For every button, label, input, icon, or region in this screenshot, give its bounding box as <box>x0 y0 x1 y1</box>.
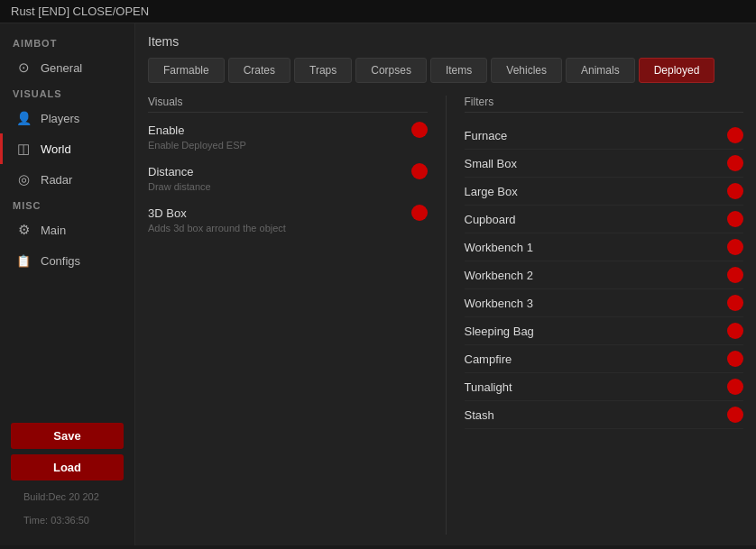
sidebar-bottom: Save Load Build:Dec 20 202 Time: 03:36:5… <box>0 414 134 536</box>
sidebar-section-aimbot: AIMBOT ⊙ General <box>0 32 134 83</box>
save-button[interactable]: Save <box>11 423 124 449</box>
sidebar-label-radar: Radar <box>41 173 72 187</box>
filters-panel: Filters Furnace Small Box Large Box Cupb… <box>447 96 744 535</box>
tab-items[interactable]: Items <box>430 58 487 83</box>
visual-label-distance: Distance <box>148 165 194 178</box>
filter-row-smallbox: Small Box <box>465 150 744 178</box>
toggle-distance[interactable] <box>411 163 428 179</box>
sidebar-item-world[interactable]: ◫ World <box>0 133 134 164</box>
toggle-tunalight[interactable] <box>727 379 743 395</box>
filter-label-tunalight: Tunalight <box>465 380 512 394</box>
visuals-panel: Visuals Enable Enable Deployed ESP Dista… <box>148 96 447 535</box>
visual-label-3dbox: 3D Box <box>148 206 187 220</box>
sidebar-label-general: General <box>41 61 82 75</box>
filter-label-cupboard: Cupboard <box>465 213 516 226</box>
visual-sublabel-enable: Enable Deployed ESP <box>148 140 428 151</box>
main-icon: ⚙ <box>15 222 32 238</box>
build-info: Build:Dec 20 202 <box>11 486 124 504</box>
filter-label-campfire: Campfire <box>465 352 512 366</box>
tab-farmable[interactable]: Farmable <box>148 58 225 83</box>
visual-sublabel-3dbox: Adds 3d box arround the object <box>148 223 428 233</box>
filter-row-workbench3: Workbench 3 <box>465 289 744 317</box>
section-label-aimbot: AIMBOT <box>0 32 134 52</box>
sidebar-item-main[interactable]: ⚙ Main <box>0 215 134 245</box>
visual-row-enable: Enable Enable Deployed ESP <box>148 122 428 151</box>
filter-label-furnace: Furnace <box>465 129 508 142</box>
time-info: Time: 03:36:50 <box>11 509 124 527</box>
filter-row-cupboard: Cupboard <box>465 206 744 233</box>
toggle-sleepingbag[interactable] <box>727 323 743 339</box>
radar-icon: ◎ <box>15 171 32 188</box>
filter-row-sleepingbag: Sleeping Bag <box>465 317 744 345</box>
main-content: Items Farmable Crates Traps Corpses Item… <box>135 23 756 545</box>
tab-traps[interactable]: Traps <box>294 58 352 83</box>
sidebar-label-configs: Configs <box>41 254 80 268</box>
tab-corpses[interactable]: Corpses <box>355 58 427 83</box>
world-icon: ◫ <box>15 141 32 157</box>
players-icon: 👤 <box>15 110 32 126</box>
sidebar-section-visuals: VISUALS 👤 Players ◫ World ◎ Radar <box>0 83 134 195</box>
tabs-row: Farmable Crates Traps Corpses Items Vehi… <box>148 58 743 83</box>
filter-row-tunalight: Tunalight <box>465 373 744 401</box>
section-label-misc: MISC <box>0 195 134 215</box>
toggle-workbench2[interactable] <box>727 267 743 283</box>
tab-animals[interactable]: Animals <box>566 58 635 83</box>
sidebar-label-main: Main <box>41 224 66 237</box>
sidebar-item-radar[interactable]: ◎ Radar <box>0 164 134 195</box>
tab-vehicles[interactable]: Vehicles <box>491 58 562 83</box>
toggle-smallbox[interactable] <box>727 155 743 171</box>
visuals-header: Visuals <box>148 96 428 113</box>
toggle-stash[interactable] <box>727 407 743 423</box>
filter-row-stash: Stash <box>465 401 744 429</box>
filter-row-workbench2: Workbench 2 <box>465 261 744 289</box>
filter-label-smallbox: Small Box <box>465 157 518 170</box>
load-button[interactable]: Load <box>11 454 124 480</box>
sidebar-item-general[interactable]: ⊙ General <box>0 52 134 83</box>
sidebar-label-players: Players <box>41 112 79 125</box>
section-label-visuals: VISUALS <box>0 83 134 103</box>
toggle-furnace[interactable] <box>727 127 743 143</box>
toggle-cupboard[interactable] <box>727 211 743 227</box>
toggle-workbench1[interactable] <box>727 239 743 255</box>
page-title: Items <box>148 34 743 49</box>
filter-label-workbench2: Workbench 2 <box>465 269 533 282</box>
tab-deployed[interactable]: Deployed <box>639 58 715 83</box>
content-panels: Visuals Enable Enable Deployed ESP Dista… <box>148 96 743 535</box>
filter-row-campfire: Campfire <box>465 345 744 373</box>
toggle-workbench3[interactable] <box>727 295 743 311</box>
filter-row-largebox: Large Box <box>465 178 744 206</box>
visual-sublabel-distance: Draw distance <box>148 181 428 192</box>
sidebar-label-world: World <box>41 142 71 156</box>
filter-label-stash: Stash <box>465 408 494 422</box>
visual-row-distance: Distance Draw distance <box>148 163 428 192</box>
general-icon: ⊙ <box>15 59 32 76</box>
title-text: Rust [END] CLOSE/OPEN <box>11 5 149 18</box>
filter-label-workbench3: Workbench 3 <box>465 297 533 310</box>
toggle-campfire[interactable] <box>727 351 743 367</box>
sidebar-section-misc: MISC ⚙ Main 📋 Configs <box>0 195 134 276</box>
filter-label-workbench1: Workbench 1 <box>465 241 533 254</box>
toggle-enable[interactable] <box>411 122 428 138</box>
filter-row-furnace: Furnace <box>465 122 744 150</box>
filter-label-sleepingbag: Sleeping Bag <box>465 325 534 338</box>
visual-row-3dbox: 3D Box Adds 3d box arround the object <box>148 205 428 233</box>
configs-icon: 📋 <box>15 252 32 269</box>
sidebar-item-players[interactable]: 👤 Players <box>0 103 134 133</box>
title-bar: Rust [END] CLOSE/OPEN <box>0 0 756 23</box>
sidebar-item-configs[interactable]: 📋 Configs <box>0 245 134 276</box>
visual-label-enable: Enable <box>148 124 184 137</box>
filters-header: Filters <box>465 96 744 113</box>
toggle-largebox[interactable] <box>727 183 743 199</box>
sidebar: AIMBOT ⊙ General VISUALS 👤 Players ◫ Wor… <box>0 23 135 545</box>
tab-crates[interactable]: Crates <box>228 58 290 83</box>
filter-row-workbench1: Workbench 1 <box>465 233 744 261</box>
filter-label-largebox: Large Box <box>465 185 518 198</box>
toggle-3dbox[interactable] <box>411 205 428 221</box>
